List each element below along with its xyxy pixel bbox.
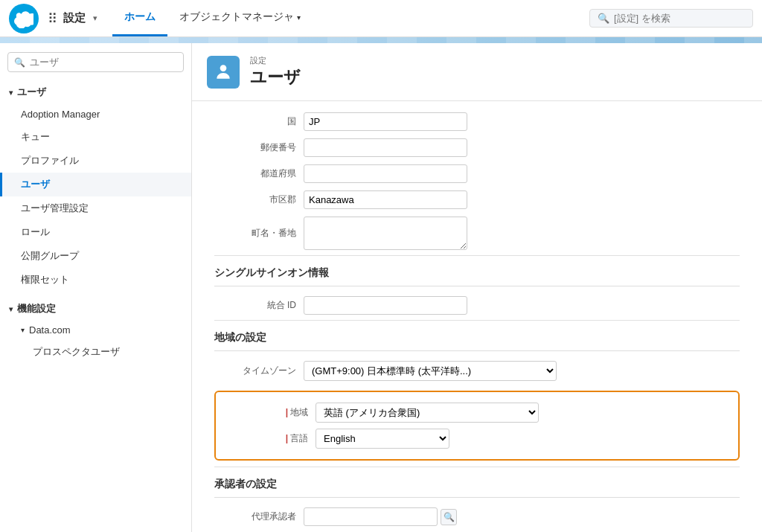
page-header: 設定 ユーザ xyxy=(192,43,762,101)
feature-section-caret: ▾ xyxy=(9,305,13,313)
region-section-header: 地域の設定 xyxy=(214,322,740,351)
settings-dropdown-caret[interactable]: ▾ xyxy=(93,13,97,23)
label-country: 国 xyxy=(214,115,304,128)
sidebar-item-user[interactable]: ユーザ xyxy=(0,173,191,196)
sidebar-item-public-group[interactable]: 公開グループ xyxy=(0,244,191,268)
sidebar: 🔍 ▾ ユーザ Adoption Manager キュー プロファイル ユーザ … xyxy=(0,43,192,532)
page-header-texts: 設定 ユーザ xyxy=(250,55,301,89)
select-language[interactable]: English xyxy=(316,429,449,449)
sub-header-band xyxy=(0,37,762,43)
sidebar-search-input[interactable] xyxy=(30,57,177,68)
tab-object-manager[interactable]: オブジェクトマネージャ ▾ xyxy=(167,0,313,36)
app-launcher-icon[interactable]: ⠿ xyxy=(48,10,57,27)
page-header-breadcrumb: 設定 xyxy=(250,55,301,66)
divider-1 xyxy=(214,255,740,256)
sidebar-item-adoption-manager[interactable]: Adoption Manager xyxy=(0,103,191,125)
label-locale: 地域 xyxy=(226,406,316,419)
nav-tabs: ホーム オブジェクトマネージャ ▾ xyxy=(112,0,313,36)
form-row-timezone: タイムゾーン (GMT+9:00) 日本標準時 (太平洋時...) xyxy=(214,357,740,385)
divider-3 xyxy=(214,467,740,467)
sidebar-subsection-datacom[interactable]: ▾ Data.com xyxy=(0,320,191,340)
label-city: 市区郡 xyxy=(214,193,304,206)
form-row-federation-id: 統合 ID xyxy=(214,292,740,318)
sidebar-item-prospector-user[interactable]: プロスペクタユーザ xyxy=(0,340,191,364)
label-timezone: タイムゾーン xyxy=(214,365,304,377)
form-row-delegate-approver: 代理承認者 🔍 xyxy=(214,504,740,530)
salesforce-logo xyxy=(9,4,39,33)
delegate-approver-field-container: 🔍 xyxy=(304,507,457,526)
top-search-bar: 🔍 xyxy=(589,9,753,28)
sidebar-search-container: 🔍 xyxy=(7,52,184,72)
sidebar-section-feature-title[interactable]: ▾ 機能設定 xyxy=(0,298,191,320)
main-content: 設定 ユーザ 国 郵便番号 都道府県 xyxy=(192,43,762,532)
sidebar-section-user: ▾ ユーザ Adoption Manager キュー プロファイル ユーザ ユー… xyxy=(0,81,191,292)
search-icon: 🔍 xyxy=(598,13,609,24)
object-manager-caret: ▾ xyxy=(297,13,301,22)
main-layout: 🔍 ▾ ユーザ Adoption Manager キュー プロファイル ユーザ … xyxy=(0,43,762,532)
tab-home[interactable]: ホーム xyxy=(112,0,167,36)
divider-2 xyxy=(214,320,740,321)
label-delegate-approver: 代理承認者 xyxy=(214,510,304,523)
user-section-caret: ▾ xyxy=(9,89,13,97)
address-fields-partial: 国 郵便番号 都道府県 市区郡 町名・番地 xyxy=(214,101,740,254)
input-country[interactable] xyxy=(304,112,467,131)
approval-section-header: 承認者の設定 xyxy=(214,469,740,498)
form-row-postal: 郵便番号 xyxy=(214,135,740,161)
select-timezone[interactable]: (GMT+9:00) 日本標準時 (太平洋時...) xyxy=(304,361,557,381)
page-header-icon xyxy=(207,56,240,89)
sidebar-item-user-settings[interactable]: ユーザ管理設定 xyxy=(0,196,191,220)
form-row-language: 言語 English xyxy=(226,426,728,452)
sidebar-section-feature: ▾ 機能設定 ▾ Data.com プロスペクタユーザ xyxy=(0,298,191,364)
input-street[interactable] xyxy=(304,217,467,250)
highlight-box: 地域 英語 (アメリカ合衆国) 言語 English xyxy=(214,391,740,461)
top-search-input[interactable] xyxy=(614,13,745,24)
sidebar-item-permission-set[interactable]: 権限セット xyxy=(0,268,191,292)
label-language: 言語 xyxy=(226,432,316,445)
delegate-approver-lookup-icon[interactable]: 🔍 xyxy=(441,509,457,525)
page-header-title: ユーザ xyxy=(250,66,301,89)
form-row-country: 国 xyxy=(214,109,740,135)
input-federation-id[interactable] xyxy=(304,296,467,315)
form-row-locale: 地域 英語 (アメリカ合衆国) xyxy=(226,400,728,426)
input-city[interactable] xyxy=(304,190,467,209)
label-postal: 郵便番号 xyxy=(214,141,304,154)
label-street: 町名・番地 xyxy=(214,227,304,240)
input-delegate-approver[interactable] xyxy=(304,507,438,526)
select-locale[interactable]: 英語 (アメリカ合衆国) xyxy=(316,403,539,423)
datacom-caret: ▾ xyxy=(21,326,25,334)
sso-section-header: シングルサインオン情報 xyxy=(214,257,740,286)
form-row-prefecture: 都道府県 xyxy=(214,161,740,187)
sidebar-search-icon: 🔍 xyxy=(14,57,25,68)
sidebar-item-role[interactable]: ロール xyxy=(0,220,191,244)
label-prefecture: 都道府県 xyxy=(214,167,304,180)
sidebar-section-user-title[interactable]: ▾ ユーザ xyxy=(0,81,191,103)
form-row-city: 市区郡 xyxy=(214,187,740,213)
label-federation-id: 統合 ID xyxy=(214,299,304,312)
svg-point-0 xyxy=(220,65,227,71)
sidebar-item-queue[interactable]: キュー xyxy=(0,125,191,149)
input-postal[interactable] xyxy=(304,138,467,157)
form-container: 国 郵便番号 都道府県 市区郡 町名・番地 xyxy=(192,101,762,532)
input-prefecture[interactable] xyxy=(304,164,467,183)
nav-settings-label: 設定 xyxy=(63,11,86,25)
top-nav: ⠿ 設定 ▾ ホーム オブジェクトマネージャ ▾ 🔍 xyxy=(0,0,762,37)
form-row-street: 町名・番地 xyxy=(214,213,740,254)
sidebar-item-profile[interactable]: プロファイル xyxy=(0,149,191,173)
